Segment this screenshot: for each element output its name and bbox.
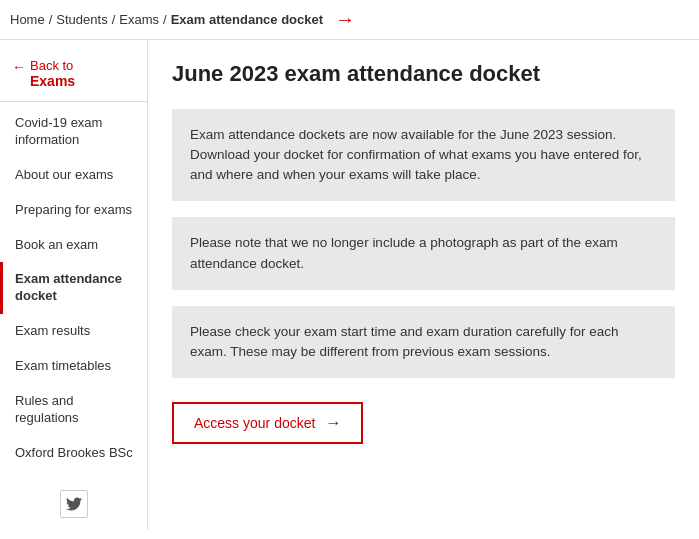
info-block-1: Exam attendance dockets are now availabl… — [172, 109, 675, 202]
back-to-label: Back to — [30, 58, 75, 73]
back-exams-label: Exams — [30, 73, 75, 89]
breadcrumb-current: Exam attendance docket — [171, 12, 323, 27]
sidebar-item-rules[interactable]: Rules and regulations — [0, 384, 147, 436]
main-content: June 2023 exam attendance docket Exam at… — [148, 40, 699, 530]
sidebar-item-preparing[interactable]: Preparing for exams — [0, 193, 147, 228]
info-text-3: Please check your exam start time and ex… — [190, 322, 657, 363]
info-text-2: Please note that we no longer include a … — [190, 233, 657, 274]
breadcrumb-home[interactable]: Home — [10, 12, 45, 27]
sidebar-nav: Covid-19 exam information About our exam… — [0, 106, 147, 471]
sidebar-item-timetables[interactable]: Exam timetables — [0, 349, 147, 384]
sidebar: ← Back to Exams Covid-19 exam informatio… — [0, 40, 148, 530]
info-text-1: Exam attendance dockets are now availabl… — [190, 125, 657, 186]
breadcrumb: Home / Students / Exams / Exam attendanc… — [0, 0, 699, 40]
access-button-label: Access your docket — [194, 415, 315, 431]
sidebar-item-about[interactable]: About our exams — [0, 158, 147, 193]
breadcrumb-sep-1: / — [49, 12, 53, 27]
page-title: June 2023 exam attendance docket — [172, 60, 675, 89]
sidebar-item-book[interactable]: Book an exam — [0, 228, 147, 263]
access-arrow-icon: → — [325, 414, 341, 432]
breadcrumb-sep-3: / — [163, 12, 167, 27]
breadcrumb-arrow-icon: → — [335, 8, 355, 31]
back-arrow-icon: ← — [12, 59, 26, 75]
twitter-icon[interactable] — [60, 490, 88, 518]
back-to-exams-link[interactable]: ← Back to Exams — [0, 50, 147, 102]
sidebar-item-covid[interactable]: Covid-19 exam information — [0, 106, 147, 158]
main-layout: ← Back to Exams Covid-19 exam informatio… — [0, 40, 699, 530]
access-docket-button[interactable]: Access your docket → — [172, 402, 363, 444]
sidebar-twitter-section — [0, 478, 147, 530]
info-block-3: Please check your exam start time and ex… — [172, 306, 675, 379]
sidebar-item-results[interactable]: Exam results — [0, 314, 147, 349]
sidebar-item-docket[interactable]: Exam attendance docket — [0, 262, 147, 314]
breadcrumb-sep-2: / — [112, 12, 116, 27]
sidebar-item-oxford[interactable]: Oxford Brookes BSc — [0, 436, 147, 471]
info-block-2: Please note that we no longer include a … — [172, 217, 675, 290]
breadcrumb-students[interactable]: Students — [56, 12, 107, 27]
breadcrumb-exams[interactable]: Exams — [119, 12, 159, 27]
